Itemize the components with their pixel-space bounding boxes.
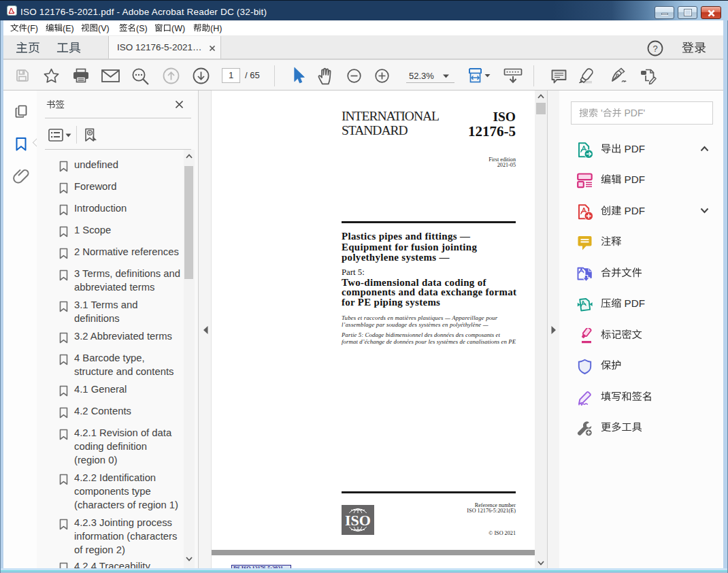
svg-text:(F): (F) <box>27 23 38 33</box>
svg-text:': ' <box>598 108 603 118</box>
svg-text:(W): (W) <box>171 23 185 33</box>
svg-text:ISO: ISO <box>345 512 371 529</box>
svg-text:(S): (S) <box>136 23 148 33</box>
svg-text:PDF: PDF <box>621 205 645 216</box>
svg-text:(V): (V) <box>98 23 110 33</box>
svg-text:?: ? <box>652 44 657 54</box>
svg-text:PDF: PDF <box>621 143 645 154</box>
svg-text:(E): (E) <box>63 23 74 33</box>
svg-text:PDF: PDF <box>621 174 645 185</box>
svg-text:PDF': PDF' <box>622 108 646 118</box>
svg-text:(H): (H) <box>210 23 222 33</box>
svg-text:PDF: PDF <box>621 297 645 309</box>
